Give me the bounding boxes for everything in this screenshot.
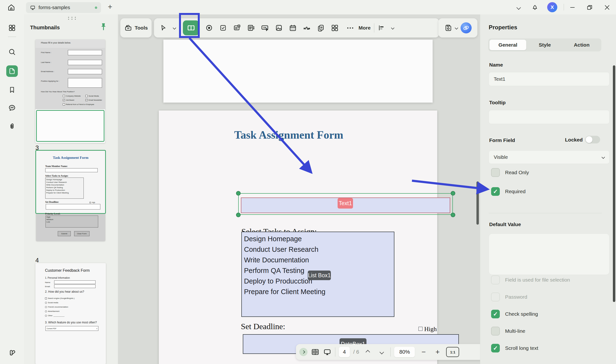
minimize-button[interactable] — [568, 3, 576, 12]
presentation-button[interactable] — [323, 348, 332, 356]
close-button[interactable] — [603, 3, 611, 12]
pdf-page-3[interactable] — [163, 40, 433, 103]
panel-scrollbar[interactable] — [613, 65, 615, 302]
select-tool-button[interactable] — [156, 20, 170, 36]
sidebar-item-thumbnails[interactable] — [6, 65, 18, 77]
sidebar-item-themes[interactable] — [6, 347, 18, 359]
required-option[interactable]: Required — [491, 187, 526, 196]
scroll-long-text-checkbox[interactable] — [491, 344, 500, 352]
restore-button[interactable] — [586, 3, 594, 12]
mini-input — [68, 69, 102, 74]
selection-handle[interactable] — [236, 213, 241, 217]
locked-toggle[interactable] — [585, 136, 600, 143]
actual-size-button[interactable]: 1:1 — [446, 347, 459, 357]
panel-drag-handle[interactable] — [68, 17, 77, 20]
multi-line-checkbox[interactable] — [491, 327, 500, 335]
date-field-tool[interactable] — [286, 20, 300, 36]
check-spelling-option[interactable]: Check spelling — [491, 310, 538, 318]
viewport-indicator[interactable] — [36, 110, 104, 142]
canvas-scrollbar[interactable] — [476, 182, 479, 225]
mini-clear-button: Clear Form — [74, 231, 89, 236]
mini-title: Customer Feedback Form — [45, 268, 90, 273]
radio-button-tool[interactable] — [202, 20, 216, 36]
scroll-long-text-option[interactable]: Scroll long text — [491, 344, 538, 352]
text-field-tool-button[interactable] — [183, 20, 199, 35]
all-form-tools-button[interactable] — [328, 20, 342, 36]
list-item[interactable]: Write Documentation — [244, 255, 394, 265]
zoom-in-button[interactable]: + — [432, 348, 443, 356]
read-only-checkbox[interactable] — [491, 168, 500, 177]
list-box-tool[interactable] — [244, 20, 258, 36]
selection-handle[interactable] — [451, 213, 455, 217]
push-button-tool[interactable]: OK — [258, 20, 272, 36]
alignment-tool[interactable] — [374, 20, 388, 36]
page-number-input[interactable]: 4 — [339, 347, 350, 357]
sidebar-item-comments[interactable] — [6, 102, 18, 114]
duplicate-fields-tool[interactable] — [314, 20, 328, 36]
mini-label: Name: — [45, 281, 51, 284]
combo-box-tool[interactable] — [230, 20, 244, 36]
reading-view-button[interactable] — [311, 348, 320, 356]
multi-line-option[interactable]: Multi-line — [491, 327, 525, 335]
required-checkbox[interactable] — [491, 187, 500, 196]
zoom-level-input[interactable]: 80% — [394, 347, 415, 357]
pdf-page-4[interactable]: Task Assignment Form Team Member Name: T… — [159, 111, 437, 364]
page-icon — [8, 67, 16, 75]
list-item[interactable]: Design Homepage — [244, 234, 394, 244]
viewport-indicator[interactable] — [35, 150, 106, 214]
combo-box-icon — [233, 24, 241, 32]
zoom-out-button[interactable]: − — [418, 348, 429, 356]
default-value-textarea[interactable] — [489, 234, 610, 275]
tools-button[interactable]: Tools — [120, 18, 152, 38]
visibility-select[interactable]: Visible — [489, 150, 610, 164]
thumbnail-page-4[interactable]: Task Assignment Form Team Member Name: S… — [36, 151, 105, 241]
sidebar-item-apps[interactable] — [6, 22, 18, 34]
sidebar-item-search[interactable] — [6, 46, 18, 58]
titlebar-collapse-button[interactable] — [515, 3, 523, 12]
notifications-button[interactable] — [531, 3, 539, 11]
tooltip-input[interactable] — [489, 110, 610, 124]
sidebar-item-bookmarks[interactable] — [6, 84, 18, 96]
more-menu-icon[interactable] — [342, 20, 359, 36]
list-item[interactable]: Prepare for Client Meeting — [244, 286, 394, 297]
tab-action[interactable]: Action — [563, 40, 600, 50]
document-tab[interactable]: forms-samples — [26, 2, 101, 13]
file-selection-checkbox[interactable] — [491, 276, 500, 284]
high-checkbox[interactable] — [419, 327, 422, 331]
new-tab-button[interactable]: + — [108, 2, 112, 11]
sidebar-item-attachments[interactable] — [6, 121, 18, 132]
checkbox-tool[interactable] — [216, 20, 230, 36]
check-spelling-checkbox[interactable] — [491, 310, 500, 318]
alignment-dropdown[interactable] — [388, 20, 397, 36]
selection-handle[interactable] — [451, 191, 455, 195]
file-selection-option[interactable]: Field is used for file selection — [491, 276, 570, 284]
name-input[interactable]: Text1 — [489, 72, 610, 86]
selection-handle[interactable] — [236, 191, 241, 195]
mini-section: 2. How did you hear about us? — [45, 290, 84, 293]
image-field-tool[interactable] — [272, 20, 286, 36]
mini-input — [68, 60, 102, 65]
previous-page-button[interactable] — [362, 351, 373, 354]
thumbnail-page-5[interactable]: Customer Feedback Form 1. Personal Infor… — [35, 263, 106, 364]
save-dropdown-icon[interactable] — [455, 26, 458, 29]
pin-panel-button[interactable] — [99, 22, 108, 33]
more-label[interactable]: More — [359, 25, 371, 31]
signature-field-tool[interactable] — [300, 20, 314, 36]
home-button[interactable] — [7, 3, 15, 12]
name-label: Name — [489, 62, 503, 68]
account-avatar[interactable]: X — [547, 2, 557, 12]
search-icon — [8, 48, 16, 56]
tab-style[interactable]: Style — [526, 40, 563, 50]
list-item[interactable]: Conduct User Research — [244, 244, 394, 255]
thumbnail-page-3[interactable]: Please fill in your details below. First… — [35, 40, 105, 143]
tab-general[interactable]: General — [490, 40, 526, 50]
expand-bar-button[interactable] — [299, 348, 308, 356]
page-total: / 6 — [353, 349, 359, 355]
read-only-option[interactable]: Read Only — [491, 168, 529, 177]
ai-assistant-button[interactable] — [461, 22, 472, 33]
password-checkbox[interactable] — [491, 293, 500, 301]
save-icon[interactable] — [444, 24, 452, 32]
next-page-button[interactable] — [376, 351, 387, 354]
password-option[interactable]: Password — [491, 293, 527, 301]
select-tool-dropdown[interactable] — [170, 20, 179, 36]
